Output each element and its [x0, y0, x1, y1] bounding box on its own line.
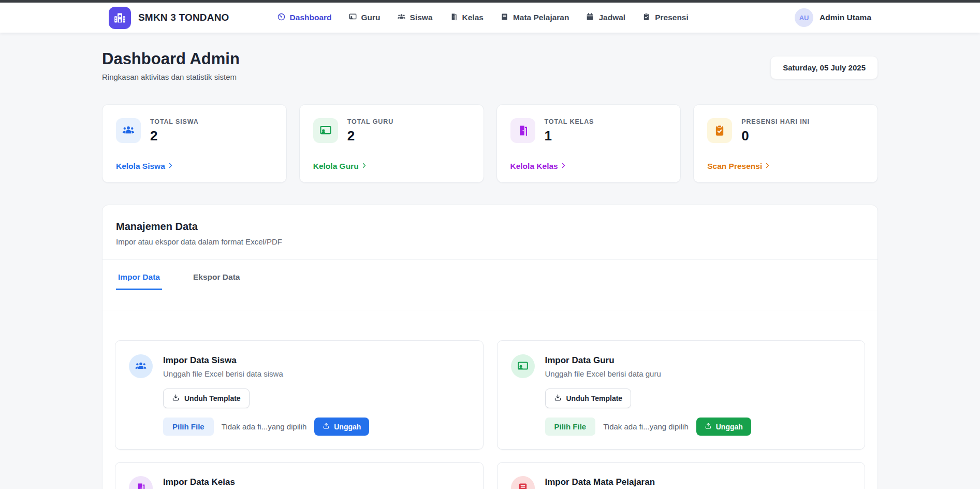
download-icon: [172, 394, 180, 403]
clipboard-check-icon: [707, 118, 732, 143]
door-icon: [129, 476, 153, 489]
import-card-mata-pelajaran: Impor Data Mata Pelajaran: [497, 462, 866, 489]
book-icon: [511, 476, 535, 489]
date-badge: Saturday, 05 July 2025: [770, 56, 878, 79]
stat-value: 2: [347, 128, 393, 143]
import-grid: Impor Data Siswa Unggah file Excel beris…: [103, 310, 877, 489]
user-name: Admin Utama: [820, 13, 871, 22]
nav-item-siswa[interactable]: Siswa: [397, 12, 433, 23]
import-card-subtitle: Unggah file Excel berisi data guru: [545, 369, 661, 378]
stat-card-total-siswa: TOTAL SISWA 2 Kelola Siswa: [102, 104, 287, 183]
page-subtitle: Ringkasan aktivitas dan statistik sistem: [102, 73, 240, 81]
speedometer-icon: [277, 12, 286, 23]
brand-name: SMKN 3 TONDANO: [138, 12, 229, 23]
stat-label: TOTAL SISWA: [150, 118, 199, 125]
nav-label: Guru: [361, 13, 381, 22]
nav-label: Kelas: [462, 13, 484, 22]
chevron-right-icon: [560, 162, 567, 171]
door-icon: [449, 12, 458, 23]
data-tabs: Impor Data Ekspor Data: [103, 260, 877, 290]
book-icon: [500, 12, 509, 23]
nav-item-kelas[interactable]: Kelas: [449, 12, 484, 23]
door-icon: [510, 118, 535, 143]
teacher-icon: [313, 118, 338, 143]
section-title: Manajemen Data: [116, 221, 864, 233]
kelola-siswa-link[interactable]: Kelola Siswa: [116, 149, 174, 171]
import-card-siswa: Impor Data Siswa Unggah file Excel beris…: [115, 340, 484, 450]
nav-item-presensi[interactable]: Presensi: [642, 12, 689, 23]
tab-impor-data[interactable]: Impor Data: [116, 272, 162, 290]
school-logo-icon: [109, 7, 131, 29]
brand[interactable]: SMKN 3 TONDANO: [109, 7, 229, 29]
chevron-right-icon: [361, 162, 368, 171]
nav-label: Jadwal: [598, 13, 625, 22]
import-card-title: Impor Data Kelas: [163, 476, 235, 487]
nav-label: Presensi: [655, 13, 689, 22]
import-card-kelas: Impor Data Kelas: [115, 462, 484, 489]
nav-item-jadwal[interactable]: Jadwal: [586, 12, 625, 23]
page-title: Dashboard Admin: [102, 50, 240, 68]
nav-item-mata-pelajaran[interactable]: Mata Pelajaran: [500, 12, 569, 23]
scan-presensi-link[interactable]: Scan Presensi: [707, 149, 771, 171]
kelola-guru-link[interactable]: Kelola Guru: [313, 149, 368, 171]
stat-value: 2: [150, 128, 199, 143]
unduh-template-button[interactable]: Unduh Template: [163, 389, 250, 408]
file-status-text: Tidak ada fi...yang dipilih: [222, 422, 307, 431]
upload-icon: [705, 422, 712, 431]
import-card-title: Impor Data Guru: [545, 354, 661, 366]
import-card-subtitle: Unggah file Excel berisi data siswa: [163, 369, 283, 378]
kelola-kelas-link[interactable]: Kelola Kelas: [510, 149, 567, 171]
main-content: Dashboard Admin Ringkasan aktivitas dan …: [0, 33, 980, 489]
pilih-file-button[interactable]: Pilih File: [545, 418, 596, 436]
nav-item-guru[interactable]: Guru: [348, 12, 381, 23]
import-card-title: Impor Data Siswa: [163, 354, 283, 366]
avatar: AU: [795, 8, 813, 27]
download-icon: [554, 394, 562, 403]
stat-card-total-kelas: TOTAL KELAS 1 Kelola Kelas: [496, 104, 681, 183]
import-card-title: Impor Data Mata Pelajaran: [545, 476, 655, 487]
calendar-icon: [586, 12, 594, 23]
stat-label: PRESENSI HARI INI: [741, 118, 810, 125]
navbar: SMKN 3 TONDANO Dashboard Guru Siswa Kela…: [0, 3, 980, 33]
user-menu[interactable]: AU Admin Utama: [795, 8, 871, 27]
section-subtitle: Impor atau ekspor data dalam format Exce…: [116, 237, 864, 246]
main-nav: Dashboard Guru Siswa Kelas Mata Pelajara…: [277, 12, 689, 23]
chevron-right-icon: [764, 162, 771, 171]
chevron-right-icon: [167, 162, 174, 171]
teacher-icon: [511, 354, 535, 378]
stat-value: 0: [741, 128, 810, 143]
people-icon: [116, 118, 141, 143]
tab-ekspor-data[interactable]: Ekspor Data: [191, 272, 242, 290]
stat-label: TOTAL KELAS: [545, 118, 594, 125]
file-status-text: Tidak ada fi...yang dipilih: [603, 422, 689, 431]
stat-card-presensi-hari-ini: PRESENSI HARI INI 0 Scan Presensi: [693, 104, 878, 183]
unduh-template-button[interactable]: Unduh Template: [545, 389, 632, 408]
people-icon: [397, 12, 406, 23]
people-icon: [129, 354, 153, 378]
nav-label: Siswa: [410, 13, 433, 22]
nav-label: Dashboard: [290, 13, 332, 22]
nav-label: Mata Pelajaran: [513, 13, 569, 22]
file-input[interactable]: Pilih File Tidak ada fi...yang dipilih U…: [163, 418, 470, 436]
stat-value: 1: [545, 128, 594, 143]
stat-card-total-guru: TOTAL GURU 2 Kelola Guru: [299, 104, 484, 183]
unggah-button[interactable]: Unggah: [314, 418, 369, 436]
file-input[interactable]: Pilih File Tidak ada fi...yang dipilih U…: [545, 418, 852, 436]
stats-row: TOTAL SISWA 2 Kelola Siswa TOTAL GURU 2 …: [102, 104, 878, 183]
unggah-button[interactable]: Unggah: [696, 418, 751, 436]
pilih-file-button[interactable]: Pilih File: [163, 418, 214, 436]
stat-label: TOTAL GURU: [347, 118, 393, 125]
import-card-guru: Impor Data Guru Unggah file Excel berisi…: [497, 340, 866, 450]
teacher-icon: [348, 12, 357, 23]
nav-item-dashboard[interactable]: Dashboard: [277, 12, 332, 23]
manajemen-data-card: Manajemen Data Impor atau ekspor data da…: [102, 205, 878, 489]
upload-icon: [323, 422, 330, 431]
clipboard-check-icon: [642, 12, 651, 23]
